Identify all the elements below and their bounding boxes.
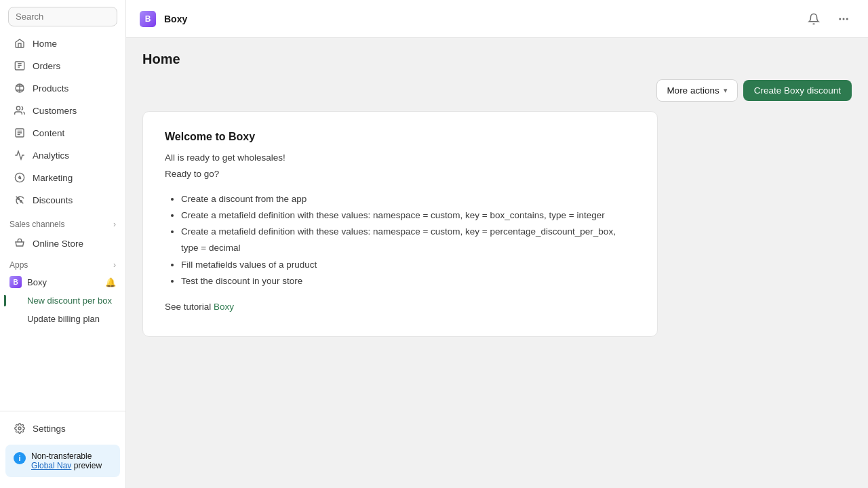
welcome-line2: Ready to go? [165, 167, 635, 181]
list-item: Create a metafield definition with these… [181, 207, 635, 224]
sidebar-item-products-label: Products [33, 83, 68, 94]
sidebar: Home Orders Products Customers Content [0, 0, 126, 488]
boxy-app-item[interactable]: B Boxy 🔔 [0, 272, 125, 291]
online-store-icon [14, 237, 26, 249]
list-item: Fill metafields values of a pruduct [181, 257, 635, 273]
welcome-line1: All is ready to get wholesales! [165, 151, 635, 165]
sidebar-item-discounts-label: Discounts [33, 195, 73, 205]
see-tutorial: See tutorial Boxy [165, 300, 635, 314]
boxy-bell-icon: 🔔 [105, 277, 116, 287]
orders-icon [14, 60, 26, 72]
sidebar-item-update-billing-plan-label: Update billing plan [27, 314, 100, 324]
apps-expand-icon: › [113, 260, 116, 270]
sidebar-item-home[interactable]: Home [4, 33, 121, 54]
sidebar-item-marketing-label: Marketing [33, 173, 73, 183]
search-input[interactable] [8, 7, 117, 26]
main-nav: Home Orders Products Customers Content [0, 32, 125, 211]
topbar-more-button[interactable] [833, 8, 854, 30]
sidebar-item-customers[interactable]: Customers [4, 100, 121, 121]
sidebar-item-content[interactable]: Content [4, 122, 121, 144]
marketing-icon [14, 171, 26, 184]
sidebar-item-analytics[interactable]: Analytics [4, 144, 121, 166]
topbar-bell-button[interactable] [803, 8, 825, 30]
list-item: Test the discount in your store [181, 273, 635, 289]
topbar-app-icon: B [140, 11, 156, 27]
sidebar-item-online-store[interactable]: Online Store [4, 232, 121, 254]
customers-icon [14, 104, 26, 117]
sidebar-item-discounts[interactable]: Discounts [4, 189, 121, 211]
sidebar-item-marketing[interactable]: Marketing [4, 167, 121, 188]
search-container [0, 0, 125, 32]
sidebar-item-orders[interactable]: Orders [4, 55, 121, 77]
welcome-card: Welcome to Boxy All is ready to get whol… [142, 111, 658, 337]
sales-channels-expand-icon: › [113, 220, 116, 229]
welcome-heading: Welcome to Boxy [165, 131, 635, 143]
sidebar-item-orders-label: Orders [33, 61, 60, 71]
global-nav-link[interactable]: Global Nav [31, 461, 71, 470]
chevron-down-icon: ▾ [724, 86, 728, 95]
page-title: Home [142, 52, 852, 67]
sidebar-item-settings-label: Settings [33, 424, 66, 434]
svg-point-9 [843, 18, 844, 20]
svg-point-8 [840, 18, 841, 20]
sidebar-item-customers-label: Customers [33, 106, 77, 116]
boxy-tutorial-link[interactable]: Boxy [214, 302, 234, 312]
sidebar-item-home-label: Home [33, 39, 57, 49]
sidebar-item-analytics-label: Analytics [33, 150, 69, 161]
analytics-icon [14, 149, 26, 161]
banner-info-icon: i [14, 452, 26, 464]
create-boxy-discount-button[interactable]: Create Boxy discount [743, 80, 852, 101]
content-icon [14, 127, 26, 139]
home-icon [14, 37, 26, 49]
sidebar-item-settings[interactable]: Settings [4, 418, 121, 439]
list-item: Create a metafield definition with these… [181, 224, 635, 257]
boxy-app-label: Boxy [27, 277, 47, 287]
sidebar-bottom: Settings i Non-transferable Global Nav p… [0, 411, 125, 488]
sidebar-item-products[interactable]: Products [4, 77, 121, 99]
main-content: B Boxy Home More actions ▾ Create Boxy d… [126, 0, 868, 488]
sidebar-item-content-label: Content [33, 128, 64, 138]
topbar-app-name: Boxy [164, 14, 187, 24]
apps-section-label: Apps › [0, 255, 125, 272]
sidebar-item-update-billing-plan[interactable]: Update billing plan [4, 310, 121, 327]
sidebar-item-online-store-label: Online Store [33, 239, 83, 249]
list-item: Create a discount from the app [181, 191, 635, 207]
non-transferable-banner: i Non-transferable Global Nav preview [5, 445, 120, 477]
boxy-app-icon: B [9, 276, 22, 288]
welcome-list: Create a discount from the app Create a … [165, 191, 635, 290]
banner-text: Non-transferable Global Nav preview [31, 451, 102, 470]
more-actions-button[interactable]: More actions ▾ [656, 79, 737, 102]
sales-channels-section-label: Sales channels › [0, 211, 125, 232]
svg-point-7 [18, 427, 21, 430]
products-icon [14, 82, 26, 94]
settings-icon [14, 422, 26, 434]
svg-point-2 [16, 106, 20, 110]
sidebar-item-new-discount-per-box[interactable]: New discount per box [4, 292, 121, 309]
discounts-icon [14, 194, 26, 206]
sidebar-item-new-discount-per-box-label: New discount per box [27, 296, 112, 306]
topbar: B Boxy [126, 0, 868, 38]
action-bar: More actions ▾ Create Boxy discount [142, 79, 852, 102]
svg-point-10 [847, 18, 848, 20]
page-content: Home More actions ▾ Create Boxy discount… [126, 38, 868, 488]
